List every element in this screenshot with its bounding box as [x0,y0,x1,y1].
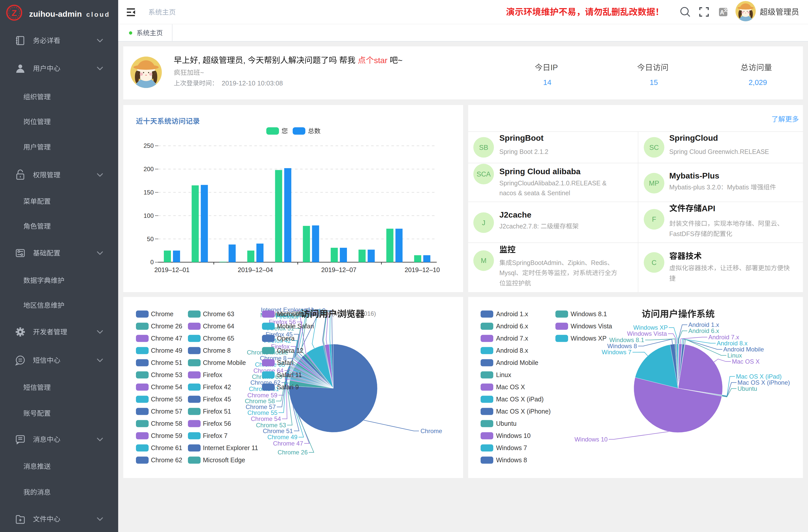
svg-text:Chrome Mobile: Chrome Mobile [203,359,246,366]
svg-text:Ubuntu: Ubuntu [737,385,757,392]
svg-text:Z: Z [12,8,17,18]
svg-text:Spring Cloud Greenwich.RELEASE: Spring Cloud Greenwich.RELEASE [669,148,769,155]
svg-text:Chrome 61: Chrome 61 [151,444,182,451]
svg-text:SpringCloud: SpringCloud [669,133,718,143]
svg-text:Chrome 58: Chrome 58 [151,420,182,427]
svg-text:2019–12–04: 2019–12–04 [238,266,273,273]
svg-text:C: C [651,259,657,267]
svg-text:Android 8.x: Android 8.x [717,340,747,347]
svg-text:Windows 8: Windows 8 [496,456,527,463]
svg-text:Android Mobile: Android Mobile [496,359,538,366]
svg-text:Windows Vista: Windows Vista [627,330,667,337]
svg-text:2,029: 2,029 [749,78,767,87]
svg-text:Linux: Linux [496,371,511,378]
svg-text:Linux: Linux [727,352,742,359]
svg-text:Android 7.x: Android 7.x [496,335,528,342]
svg-text:100: 100 [144,212,154,219]
svg-text:SpringBootAdmin: SpringBootAdmin [512,259,562,266]
svg-text:Windows 10: Windows 10 [496,432,531,439]
svg-text:FastDFS: FastDFS [669,230,694,237]
svg-text:0: 0 [150,259,154,265]
svg-text:2019-12-10 10:03:08: 2019-12-10 10:03:08 [222,79,283,87]
svg-text:Chrome 51: Chrome 51 [151,359,182,366]
svg-text:Android 1.x: Android 1.x [688,321,719,328]
svg-text:Internet Explorer 11: Internet Explorer 11 [203,444,258,451]
svg-text:Mac OS X (iPad): Mac OS X (iPad) [736,373,782,380]
svg-text:A: A [720,9,724,16]
svg-text:Microsoft: Microsoft [277,310,302,317]
svg-text:~: ~ [398,56,403,65]
svg-text:Safari 11: Safari 11 [277,371,302,378]
svg-text:Chrome 53: Chrome 53 [151,371,182,378]
svg-text:Opera 12: Opera 12 [277,347,303,354]
svg-text:Chrome 55: Chrome 55 [151,396,182,403]
svg-text:Chrome 62: Chrome 62 [151,456,182,463]
svg-text:Windows Vista: Windows Vista [571,323,612,330]
svg-text:Mysql: Mysql [499,269,516,276]
svg-text:Windows 8.1: Windows 8.1 [609,336,644,343]
svg-text:MP: MP [649,180,659,187]
svg-text:M: M [481,257,487,264]
svg-text:cloud: cloud [86,11,110,18]
svg-text:Android 7.x: Android 7.x [708,334,739,341]
svg-text:150: 150 [144,189,154,196]
svg-text:API: API [702,204,715,213]
svg-text:Chrome 63: Chrome 63 [203,310,234,317]
svg-text:Opera: Opera [277,335,295,342]
svg-text:F: F [652,216,656,223]
svg-text:J2cache: J2cache [499,210,531,219]
svg-text:SpringBoot: SpringBoot [499,133,544,143]
svg-text:Android 6.x: Android 6.x [688,327,719,334]
svg-text:Windows 7: Windows 7 [602,349,631,355]
svg-text:14: 14 [543,78,551,87]
svg-text:Chrome 54: Chrome 54 [151,383,182,390]
svg-text:2019–12–01: 2019–12–01 [154,266,189,273]
svg-text:zuihou-admin: zuihou-admin [29,10,82,19]
svg-text:Firefox 51: Firefox 51 [203,408,231,415]
svg-text:Windows 8: Windows 8 [607,343,637,349]
svg-text:Spring Boot 2.1.2: Spring Boot 2.1.2 [499,148,548,155]
svg-text:J: J [482,219,485,227]
svg-text:nacos & seata & Sentinel: nacos & seata & Sentinel [499,189,570,197]
svg-text:Spring Cloud alibaba: Spring Cloud alibaba [499,167,581,176]
svg-text:Windows 10: Windows 10 [574,436,608,443]
svg-text:250: 250 [144,142,154,149]
svg-text:Chrome 8: Chrome 8 [203,347,231,354]
svg-text:Windows 7: Windows 7 [496,444,527,451]
svg-text:~: ~ [200,69,204,76]
svg-text:Chrome 47: Chrome 47 [151,335,182,342]
svg-text:Windows 8.1: Windows 8.1 [571,310,607,317]
svg-text:Firefox 42: Firefox 42 [203,383,231,390]
svg-text:Chrome: Chrome [151,310,173,317]
svg-text:Chrome 26: Chrome 26 [151,323,182,330]
svg-text:SpringCloudAlibaba2.1.0.RELEAS: SpringCloudAlibaba2.1.0.RELEASE & [499,180,607,187]
svg-text:Android 8.x: Android 8.x [496,347,528,354]
svg-text:15: 15 [650,78,658,87]
svg-text:,: , [243,56,248,65]
svg-text:Mybatis-Plus: Mybatis-Plus [669,171,719,180]
svg-text:,: , [198,56,203,65]
svg-text:Chrome 65: Chrome 65 [203,335,234,342]
svg-text:Chrome 49: Chrome 49 [151,347,182,354]
svg-text:Mybatis-plus 3.2.0: Mybatis-plus 3.2.0 [669,184,721,191]
svg-text:50: 50 [147,236,154,242]
svg-text:SC: SC [649,144,659,151]
svg-text:Mac OS X: Mac OS X [496,383,525,390]
svg-text:Zipkin: Zipkin [568,259,585,266]
svg-text:Firefox 56: Firefox 56 [203,420,231,427]
svg-text:Redis: Redis [591,259,607,266]
svg-text:Chrome 54: Chrome 54 [251,415,281,422]
svg-text:Ubuntu: Ubuntu [496,420,517,427]
svg-text:SCA: SCA [477,170,491,178]
svg-text:Firefox 45: Firefox 45 [203,396,231,403]
svg-text:Mac OS X (iPhone): Mac OS X (iPhone) [496,408,551,415]
svg-text:Mobile Safari: Mobile Safari [277,323,314,330]
svg-text:Chrome: Chrome [421,427,442,434]
svg-text:2019–12–10: 2019–12–10 [404,266,440,273]
svg-text:Chrome 47: Chrome 47 [273,440,303,447]
svg-text:SB: SB [479,144,488,151]
svg-text:Mac OS X: Mac OS X [732,358,759,365]
svg-text:Chrome 55: Chrome 55 [247,409,277,416]
svg-text:Mybatis: Mybatis [727,184,751,191]
svg-text:Chrome 26: Chrome 26 [278,449,308,456]
